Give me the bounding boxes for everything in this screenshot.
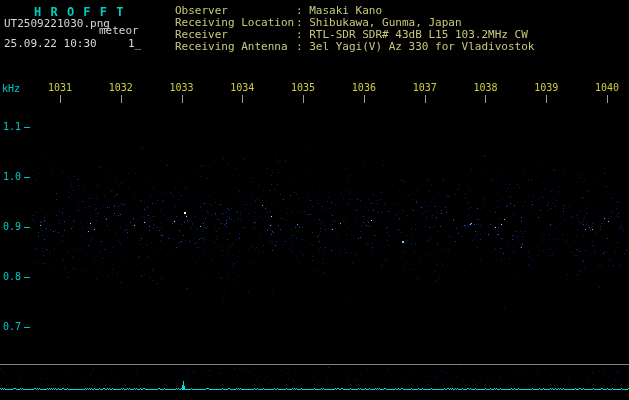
x-tick-mark: [60, 95, 61, 103]
header-colon: :: [296, 17, 309, 28]
header-row: Receiving Antenna: 3el Yagi(V) Az 330 fo…: [175, 41, 534, 52]
header-value: RTL-SDR SDR# 43dB L15 103.2MHz CW: [309, 29, 528, 40]
header-row: Receiver: RTL-SDR SDR# 43dB L15 103.2MHz…: [175, 29, 534, 40]
y-tick-mark: [24, 127, 30, 128]
x-tick-mark: [121, 95, 122, 103]
y-tick-label: 0.9: [3, 222, 25, 232]
header-row: Observer: Masaki Kano: [175, 5, 534, 16]
image-counter: 1_: [128, 38, 141, 49]
x-tick-label: 1032: [105, 83, 137, 93]
x-tick-label: 1040: [591, 83, 623, 93]
x-tick-mark: [364, 95, 365, 103]
y-tick-mark: [24, 327, 30, 328]
x-tick-mark: [303, 95, 304, 103]
header-value: 3el Yagi(V) Az 330 for Vladivostok: [309, 41, 534, 52]
x-tick-label: 1037: [409, 83, 441, 93]
y-tick-mark: [24, 227, 30, 228]
x-tick-label: 1035: [287, 83, 319, 93]
x-tick-label: 1034: [226, 83, 258, 93]
y-tick-label: 1.1: [3, 122, 25, 132]
header-colon: :: [296, 5, 309, 16]
timestamp: 25.09.22 10:30: [4, 38, 97, 49]
header-label: Receiving Location: [175, 17, 296, 28]
y-tick-mark: [24, 177, 30, 178]
y-axis-unit-label: kHz: [2, 84, 20, 94]
y-tick-label: 0.7: [3, 322, 25, 332]
header-colon: :: [296, 41, 309, 52]
header-info: Observer: Masaki KanoReceiving Location:…: [175, 5, 534, 53]
x-tick-mark: [546, 95, 547, 103]
x-tick-label: 1031: [44, 83, 76, 93]
x-tick-label: 1033: [166, 83, 198, 93]
x-tick-mark: [242, 95, 243, 103]
header-label: Receiver: [175, 29, 296, 40]
header-label: Observer: [175, 5, 296, 16]
x-tick-mark: [607, 95, 608, 103]
output-filename: UT2509221030.png: [4, 18, 110, 29]
station-label: meteor: [99, 25, 139, 36]
y-tick-label: 0.8: [3, 272, 25, 282]
header-value: Masaki Kano: [309, 5, 382, 16]
x-tick-mark: [182, 95, 183, 103]
header-value: Shibukawa, Gunma, Japan: [309, 17, 461, 28]
y-tick-label: 1.0: [3, 172, 25, 182]
header-row: Receiving Location: Shibukawa, Gunma, Ja…: [175, 17, 534, 28]
hrofft-screen: H R O F F T UT2509221030.png meteor 25.0…: [0, 0, 629, 400]
x-tick-label: 1038: [469, 83, 501, 93]
y-tick-mark: [24, 277, 30, 278]
header-label: Receiving Antenna: [175, 41, 296, 52]
spectrogram-noise-canvas: [0, 0, 629, 400]
x-tick-label: 1039: [530, 83, 562, 93]
x-tick-mark: [425, 95, 426, 103]
signal-strip-separator: [0, 364, 629, 365]
header-colon: :: [296, 29, 309, 40]
x-tick-label: 1036: [348, 83, 380, 93]
x-tick-mark: [485, 95, 486, 103]
